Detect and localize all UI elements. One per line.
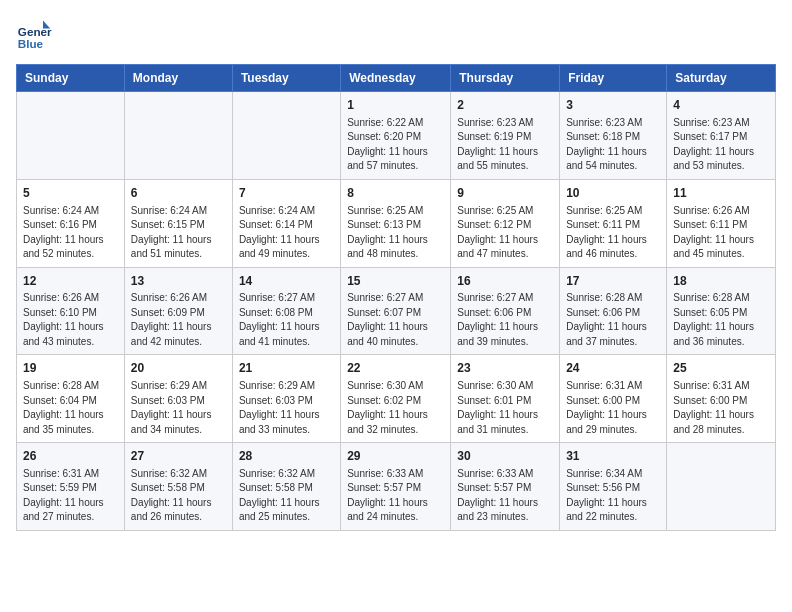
- day-cell: 20Sunrise: 6:29 AM Sunset: 6:03 PM Dayli…: [124, 355, 232, 443]
- day-cell: 4Sunrise: 6:23 AM Sunset: 6:17 PM Daylig…: [667, 92, 776, 180]
- day-number: 21: [239, 360, 334, 377]
- day-info: Sunrise: 6:29 AM Sunset: 6:03 PM Dayligh…: [131, 379, 226, 437]
- day-info: Sunrise: 6:26 AM Sunset: 6:10 PM Dayligh…: [23, 291, 118, 349]
- day-info: Sunrise: 6:32 AM Sunset: 5:58 PM Dayligh…: [131, 467, 226, 525]
- day-cell: 23Sunrise: 6:30 AM Sunset: 6:01 PM Dayli…: [451, 355, 560, 443]
- day-number: 5: [23, 185, 118, 202]
- day-info: Sunrise: 6:29 AM Sunset: 6:03 PM Dayligh…: [239, 379, 334, 437]
- day-info: Sunrise: 6:22 AM Sunset: 6:20 PM Dayligh…: [347, 116, 444, 174]
- day-cell: 31Sunrise: 6:34 AM Sunset: 5:56 PM Dayli…: [560, 443, 667, 531]
- column-header-sunday: Sunday: [17, 65, 125, 92]
- day-info: Sunrise: 6:23 AM Sunset: 6:19 PM Dayligh…: [457, 116, 553, 174]
- day-number: 9: [457, 185, 553, 202]
- day-cell: 15Sunrise: 6:27 AM Sunset: 6:07 PM Dayli…: [341, 267, 451, 355]
- day-number: 22: [347, 360, 444, 377]
- column-header-wednesday: Wednesday: [341, 65, 451, 92]
- day-number: 31: [566, 448, 660, 465]
- svg-text:Blue: Blue: [18, 37, 44, 50]
- day-number: 27: [131, 448, 226, 465]
- logo: General Blue: [16, 16, 52, 52]
- column-header-saturday: Saturday: [667, 65, 776, 92]
- day-info: Sunrise: 6:33 AM Sunset: 5:57 PM Dayligh…: [457, 467, 553, 525]
- day-cell: [124, 92, 232, 180]
- day-number: 11: [673, 185, 769, 202]
- day-number: 25: [673, 360, 769, 377]
- day-info: Sunrise: 6:30 AM Sunset: 6:01 PM Dayligh…: [457, 379, 553, 437]
- day-info: Sunrise: 6:25 AM Sunset: 6:12 PM Dayligh…: [457, 204, 553, 262]
- logo-icon: General Blue: [16, 16, 52, 52]
- day-info: Sunrise: 6:28 AM Sunset: 6:04 PM Dayligh…: [23, 379, 118, 437]
- day-number: 23: [457, 360, 553, 377]
- day-info: Sunrise: 6:25 AM Sunset: 6:11 PM Dayligh…: [566, 204, 660, 262]
- day-info: Sunrise: 6:31 AM Sunset: 6:00 PM Dayligh…: [566, 379, 660, 437]
- day-cell: 30Sunrise: 6:33 AM Sunset: 5:57 PM Dayli…: [451, 443, 560, 531]
- day-info: Sunrise: 6:32 AM Sunset: 5:58 PM Dayligh…: [239, 467, 334, 525]
- day-cell: 29Sunrise: 6:33 AM Sunset: 5:57 PM Dayli…: [341, 443, 451, 531]
- day-cell: 28Sunrise: 6:32 AM Sunset: 5:58 PM Dayli…: [232, 443, 340, 531]
- day-cell: 13Sunrise: 6:26 AM Sunset: 6:09 PM Dayli…: [124, 267, 232, 355]
- day-info: Sunrise: 6:28 AM Sunset: 6:06 PM Dayligh…: [566, 291, 660, 349]
- day-number: 28: [239, 448, 334, 465]
- day-cell: 8Sunrise: 6:25 AM Sunset: 6:13 PM Daylig…: [341, 179, 451, 267]
- week-row-2: 5Sunrise: 6:24 AM Sunset: 6:16 PM Daylig…: [17, 179, 776, 267]
- day-cell: 24Sunrise: 6:31 AM Sunset: 6:00 PM Dayli…: [560, 355, 667, 443]
- day-cell: 26Sunrise: 6:31 AM Sunset: 5:59 PM Dayli…: [17, 443, 125, 531]
- day-cell: 19Sunrise: 6:28 AM Sunset: 6:04 PM Dayli…: [17, 355, 125, 443]
- day-info: Sunrise: 6:26 AM Sunset: 6:09 PM Dayligh…: [131, 291, 226, 349]
- week-row-3: 12Sunrise: 6:26 AM Sunset: 6:10 PM Dayli…: [17, 267, 776, 355]
- day-info: Sunrise: 6:27 AM Sunset: 6:06 PM Dayligh…: [457, 291, 553, 349]
- day-number: 24: [566, 360, 660, 377]
- day-cell: 22Sunrise: 6:30 AM Sunset: 6:02 PM Dayli…: [341, 355, 451, 443]
- column-header-thursday: Thursday: [451, 65, 560, 92]
- day-cell: 21Sunrise: 6:29 AM Sunset: 6:03 PM Dayli…: [232, 355, 340, 443]
- day-number: 30: [457, 448, 553, 465]
- week-row-4: 19Sunrise: 6:28 AM Sunset: 6:04 PM Dayli…: [17, 355, 776, 443]
- day-number: 19: [23, 360, 118, 377]
- day-number: 1: [347, 97, 444, 114]
- day-number: 12: [23, 273, 118, 290]
- day-number: 8: [347, 185, 444, 202]
- calendar-table: SundayMondayTuesdayWednesdayThursdayFrid…: [16, 64, 776, 531]
- day-number: 3: [566, 97, 660, 114]
- day-info: Sunrise: 6:25 AM Sunset: 6:13 PM Dayligh…: [347, 204, 444, 262]
- header-row: SundayMondayTuesdayWednesdayThursdayFrid…: [17, 65, 776, 92]
- day-cell: 25Sunrise: 6:31 AM Sunset: 6:00 PM Dayli…: [667, 355, 776, 443]
- day-info: Sunrise: 6:24 AM Sunset: 6:14 PM Dayligh…: [239, 204, 334, 262]
- day-info: Sunrise: 6:24 AM Sunset: 6:15 PM Dayligh…: [131, 204, 226, 262]
- day-cell: 10Sunrise: 6:25 AM Sunset: 6:11 PM Dayli…: [560, 179, 667, 267]
- day-cell: 12Sunrise: 6:26 AM Sunset: 6:10 PM Dayli…: [17, 267, 125, 355]
- column-header-tuesday: Tuesday: [232, 65, 340, 92]
- day-info: Sunrise: 6:27 AM Sunset: 6:08 PM Dayligh…: [239, 291, 334, 349]
- day-info: Sunrise: 6:33 AM Sunset: 5:57 PM Dayligh…: [347, 467, 444, 525]
- day-info: Sunrise: 6:34 AM Sunset: 5:56 PM Dayligh…: [566, 467, 660, 525]
- day-cell: [667, 443, 776, 531]
- day-number: 18: [673, 273, 769, 290]
- day-number: 26: [23, 448, 118, 465]
- day-number: 17: [566, 273, 660, 290]
- day-number: 14: [239, 273, 334, 290]
- day-cell: 5Sunrise: 6:24 AM Sunset: 6:16 PM Daylig…: [17, 179, 125, 267]
- day-cell: 7Sunrise: 6:24 AM Sunset: 6:14 PM Daylig…: [232, 179, 340, 267]
- week-row-1: 1Sunrise: 6:22 AM Sunset: 6:20 PM Daylig…: [17, 92, 776, 180]
- page-header: General Blue: [16, 16, 776, 52]
- day-number: 7: [239, 185, 334, 202]
- day-cell: 1Sunrise: 6:22 AM Sunset: 6:20 PM Daylig…: [341, 92, 451, 180]
- day-cell: 18Sunrise: 6:28 AM Sunset: 6:05 PM Dayli…: [667, 267, 776, 355]
- day-number: 2: [457, 97, 553, 114]
- week-row-5: 26Sunrise: 6:31 AM Sunset: 5:59 PM Dayli…: [17, 443, 776, 531]
- day-info: Sunrise: 6:31 AM Sunset: 5:59 PM Dayligh…: [23, 467, 118, 525]
- day-number: 20: [131, 360, 226, 377]
- day-number: 6: [131, 185, 226, 202]
- day-cell: [232, 92, 340, 180]
- day-number: 4: [673, 97, 769, 114]
- day-info: Sunrise: 6:28 AM Sunset: 6:05 PM Dayligh…: [673, 291, 769, 349]
- day-cell: 3Sunrise: 6:23 AM Sunset: 6:18 PM Daylig…: [560, 92, 667, 180]
- column-header-friday: Friday: [560, 65, 667, 92]
- day-number: 29: [347, 448, 444, 465]
- day-cell: 6Sunrise: 6:24 AM Sunset: 6:15 PM Daylig…: [124, 179, 232, 267]
- day-info: Sunrise: 6:24 AM Sunset: 6:16 PM Dayligh…: [23, 204, 118, 262]
- day-info: Sunrise: 6:30 AM Sunset: 6:02 PM Dayligh…: [347, 379, 444, 437]
- day-cell: [17, 92, 125, 180]
- day-cell: 27Sunrise: 6:32 AM Sunset: 5:58 PM Dayli…: [124, 443, 232, 531]
- column-header-monday: Monday: [124, 65, 232, 92]
